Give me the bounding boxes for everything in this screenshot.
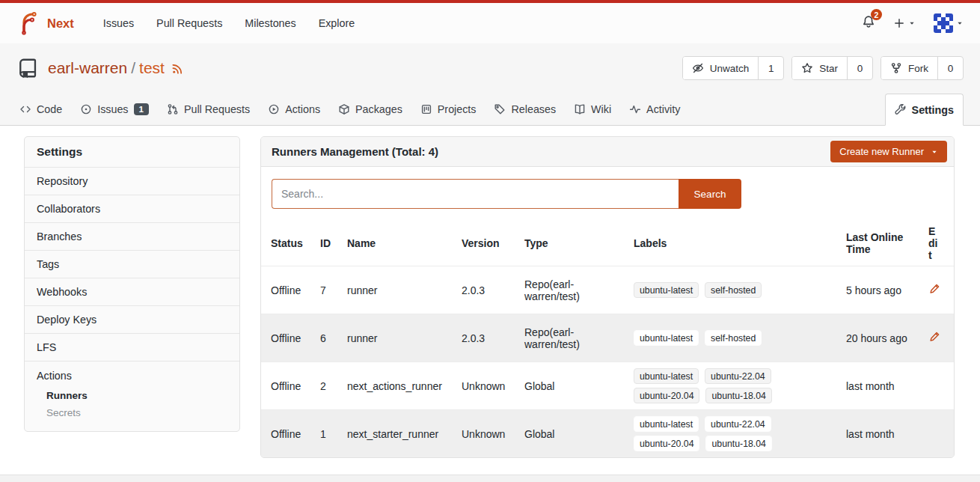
nav-item-milestones[interactable]: Milestones (233, 17, 307, 29)
sidebar-item-actions[interactable]: Actions (37, 368, 227, 387)
brand[interactable]: Next (16, 11, 74, 35)
cell-last-online: last month (846, 428, 928, 440)
tab-settings[interactable]: Settings (885, 94, 964, 126)
tab-code[interactable]: Code (10, 93, 71, 125)
sidebar-item-webhooks[interactable]: Webhooks (25, 278, 239, 306)
column-header-name: Name (347, 237, 462, 249)
runners-panel: Runners Management (Total: 4) Create new… (260, 136, 955, 458)
repo-name-link[interactable]: test (139, 59, 165, 77)
tab-actions[interactable]: Actions (259, 93, 329, 125)
cell-id: 2 (320, 380, 347, 392)
sidebar-item-repository[interactable]: Repository (25, 168, 239, 195)
repo-owner-link[interactable]: earl-warren (48, 59, 127, 77)
unwatch-count[interactable]: 1 (758, 57, 783, 79)
nav-item-issues[interactable]: Issues (92, 17, 145, 29)
sidebar-item-deploy-keys[interactable]: Deploy Keys (25, 306, 239, 334)
user-menu-button[interactable] (934, 13, 964, 33)
cell-labels: ubuntu-latestself-hosted (634, 330, 780, 346)
star-button-group: Star0 (791, 56, 873, 80)
cell-id: 1 (320, 428, 347, 440)
search-input[interactable] (272, 179, 679, 209)
edit-runner-button[interactable] (928, 283, 940, 295)
nav-item-explore[interactable]: Explore (307, 17, 366, 29)
tab-projects[interactable]: Projects (411, 93, 486, 125)
cell-version: Unknown (462, 428, 524, 440)
search-section: Search (261, 167, 954, 221)
cell-type: Global (524, 380, 634, 392)
tab-label: Actions (285, 103, 320, 115)
label-chip: ubuntu-latest (634, 282, 699, 298)
tab-packages[interactable]: Packages (329, 93, 411, 125)
cell-version: 2.0.3 (462, 332, 524, 344)
repo-action-buttons: Unwatch1Star0Fork0 (682, 56, 964, 80)
sidebar-item-tags[interactable]: Tags (25, 251, 239, 278)
label-chip: ubuntu-latest (634, 330, 699, 346)
cell-id: 6 (320, 332, 347, 344)
sidebar-item-lfs[interactable]: LFS (25, 334, 239, 362)
cell-edit (928, 331, 944, 345)
release-icon (494, 103, 506, 115)
tab-activity[interactable]: Activity (620, 93, 689, 125)
column-header-id: ID (320, 237, 347, 249)
tab-wiki[interactable]: Wiki (565, 93, 620, 125)
label-chip: ubuntu-latest (634, 368, 699, 384)
sidebar-item-collaborators[interactable]: Collaborators (25, 195, 239, 223)
cell-labels: ubuntu-latestubuntu-22.04ubuntu-20.04ubu… (634, 368, 780, 403)
label-chip: ubuntu-22.04 (705, 416, 771, 432)
sidebar-subitem-runners[interactable]: Runners (37, 387, 227, 404)
fork-button[interactable]: Fork (881, 57, 937, 79)
sidebar-item-branches[interactable]: Branches (25, 223, 239, 251)
repo-title: earl-warren / test (48, 59, 184, 77)
edit-runner-button[interactable] (928, 331, 940, 343)
cell-last-online: 20 hours ago (846, 332, 928, 344)
repo-separator: / (127, 59, 139, 77)
search-button[interactable]: Search (679, 179, 741, 209)
cell-id: 7 (320, 284, 347, 296)
create-new-runner-button[interactable]: Create new Runner (830, 141, 947, 162)
label-chip: ubuntu-22.04 (705, 368, 771, 384)
notification-count-badge: 2 (871, 9, 882, 20)
nav-links: IssuesPull RequestsMilestonesExplore (92, 17, 366, 29)
cell-status: Offline (271, 284, 320, 296)
nav-right: 2 (862, 13, 964, 33)
column-header-status: Status (271, 237, 320, 249)
repository-icon (16, 57, 39, 79)
brand-label: Next (47, 16, 74, 31)
star-count[interactable]: 0 (847, 57, 872, 79)
sidebar-header: Settings (25, 137, 239, 168)
cell-name: runner (347, 332, 462, 344)
nav-item-pull-requests[interactable]: Pull Requests (145, 17, 233, 29)
project-icon (420, 103, 432, 115)
repo-header: earl-warren / test Unwatch1Star0Fork0 Co… (0, 43, 980, 126)
runners-table-body: Offline7runner2.0.3Repo(earl-warren/test… (261, 266, 954, 457)
pencil-icon (928, 331, 940, 343)
rss-feed-icon[interactable] (171, 62, 184, 75)
page-footer (0, 475, 980, 482)
tab-label: Packages (355, 103, 402, 115)
tab-pull-requests[interactable]: Pull Requests (158, 93, 259, 125)
page-content: Settings RepositoryCollaboratorsBranches… (0, 126, 980, 464)
label-chip: ubuntu-20.04 (634, 436, 699, 451)
cell-type: Global (524, 428, 634, 440)
sidebar-subitem-secrets[interactable]: Secrets (37, 404, 227, 421)
cell-name: runner (347, 284, 462, 296)
notifications-button[interactable]: 2 (862, 15, 875, 31)
star-button[interactable]: Star (792, 57, 847, 79)
cell-name: next_actions_runner (347, 380, 462, 392)
unwatch-label: Unwatch (710, 63, 750, 74)
plus-icon (893, 17, 905, 29)
label-chip: self-hosted (705, 282, 762, 298)
runners-table-header: StatusIDNameVersionTypeLabelsLast Online… (261, 221, 954, 266)
label-chip: ubuntu-18.04 (705, 436, 771, 451)
cell-last-online: last month (846, 380, 928, 392)
create-menu-button[interactable] (893, 17, 916, 29)
fork-count[interactable]: 0 (937, 57, 963, 79)
unwatch-button[interactable]: Unwatch (683, 57, 759, 79)
label-chip: ubuntu-latest (634, 416, 699, 432)
avatar (934, 13, 953, 33)
cell-name: next_starter_runner (347, 428, 462, 440)
tab-releases[interactable]: Releases (485, 93, 565, 125)
cell-edit (928, 283, 944, 297)
tab-issues[interactable]: Issues1 (71, 93, 158, 125)
actions-icon (268, 103, 280, 115)
